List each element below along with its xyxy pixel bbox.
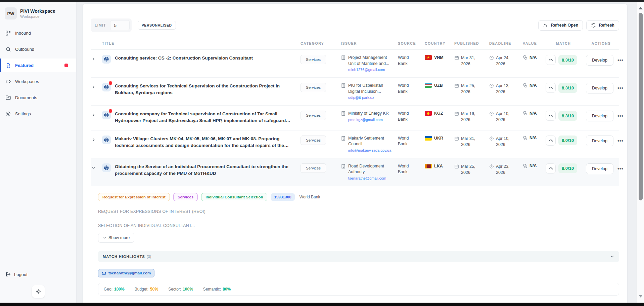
more-actions-icon[interactable]: ••• — [617, 58, 624, 63]
gauge-icon[interactable] — [546, 111, 556, 121]
table-row: Consulting company for Technical supervi… — [91, 106, 619, 130]
value-icon — [523, 163, 528, 168]
row-title[interactable]: Consulting Services for Technical Superv… — [115, 83, 292, 97]
workspace-header[interactable]: PW PIVI Workspace Workspace — [0, 2, 76, 26]
more-actions-icon[interactable]: ••• — [617, 113, 624, 119]
category-tag-chip: Services — [173, 193, 198, 201]
logout-button[interactable]: Logout — [0, 268, 76, 280]
column-header-deadline: DEADLINE — [489, 41, 523, 45]
chevron-right-icon[interactable] — [91, 85, 96, 89]
develop-button[interactable]: Develop — [586, 83, 613, 93]
issuer-email-link[interactable]: pmo.kgz@gmail.com — [348, 118, 389, 122]
workspaces-icon — [5, 79, 11, 84]
gauge-icon[interactable] — [546, 163, 556, 174]
featured-icon — [5, 63, 11, 68]
table-row: Consulting Services for Technical Superv… — [91, 78, 619, 106]
notice-type-chip: Request for Expression of Interest — [98, 193, 170, 201]
chevron-down-icon[interactable] — [91, 165, 96, 170]
value-label: N/A — [530, 136, 537, 140]
clock-icon — [489, 55, 494, 60]
published-date: Mar 25, 2026 — [461, 83, 480, 95]
settings-icon — [5, 111, 11, 117]
table-row: Consulting service: CS -2: Construction … — [91, 50, 619, 78]
sidebar-item-outbound[interactable]: Outbound — [0, 42, 76, 56]
reference-id-link[interactable]: 15931300 — [271, 193, 294, 201]
sidebar-item-label: Featured — [15, 63, 34, 68]
issuer-name: Project Management Unit of Maritime and.… — [348, 55, 395, 67]
value-icon — [523, 136, 528, 141]
sidebar-item-workspaces[interactable]: Workspaces — [0, 75, 76, 88]
semantic-score: Semantic:80% — [203, 287, 231, 292]
show-more-button[interactable]: Show more — [98, 233, 134, 243]
limit-input[interactable] — [110, 20, 130, 30]
table-row: Makariv Village: Clusters MK-04, MK-05, … — [91, 130, 619, 158]
gauge-icon[interactable] — [546, 136, 556, 146]
logout-label: Logout — [14, 272, 28, 277]
more-actions-icon[interactable]: ••• — [617, 138, 624, 144]
issuer-email-link[interactable]: minh1276@gmail.com — [348, 68, 395, 72]
row-title[interactable]: Makariv Village: Clusters MK-04, MK-05, … — [115, 136, 292, 149]
sidebar-item-label: Workspaces — [15, 79, 39, 84]
match-score-badge: 8.3/10 — [558, 83, 577, 93]
chevron-down-icon — [103, 236, 106, 239]
source-label: World Bank — [398, 111, 414, 122]
develop-button[interactable]: Develop — [586, 55, 613, 66]
sidebar-item-documents[interactable]: Documents — [0, 91, 76, 104]
category-chip: Services — [301, 136, 326, 145]
deadline-date: Apr 13, 2026 — [496, 83, 515, 95]
deadline-date: Apr 10, 2026 — [496, 136, 515, 148]
sidebar-item-featured[interactable]: Featured — [0, 59, 76, 72]
refresh-open-button[interactable]: Refresh Open — [538, 20, 583, 31]
flag-icon — [425, 164, 432, 168]
gauge-icon[interactable] — [546, 55, 556, 65]
develop-button[interactable]: Develop — [586, 136, 613, 146]
chevron-right-icon[interactable] — [91, 138, 96, 142]
issuer-email-link[interactable]: udip@it-park.uz — [348, 95, 395, 100]
column-header-value: VALUE — [523, 41, 544, 45]
issuer-email-link[interactable]: info@makariv-rada.gov.ua — [348, 148, 395, 152]
chevron-down-icon[interactable] — [610, 254, 614, 259]
sidebar-item-inbound[interactable]: Inbound — [0, 26, 76, 40]
theme-toggle-button[interactable] — [32, 285, 45, 298]
scrollbar-down-arrow[interactable] — [639, 295, 642, 298]
develop-button[interactable]: Develop — [586, 111, 613, 121]
more-actions-icon[interactable]: ••• — [617, 166, 624, 171]
scrollbar-up-arrow[interactable] — [639, 7, 643, 9]
develop-button[interactable]: Develop — [586, 163, 613, 174]
building-icon — [341, 83, 346, 88]
sidebar-item-label: Outbound — [15, 47, 34, 52]
match-score-badge: 8.3/10 — [558, 55, 577, 65]
source-label: World Bank — [398, 83, 414, 94]
flag-icon — [425, 55, 432, 60]
refresh-button[interactable]: Refresh — [586, 20, 619, 31]
chevron-right-icon[interactable] — [91, 57, 96, 61]
inbound-icon — [5, 30, 11, 36]
scrollbar-thumb[interactable] — [639, 13, 643, 200]
category-chip: Services — [301, 55, 326, 64]
highlight-email-chip[interactable]: tsenaratne@gmail.com — [98, 269, 154, 277]
row-title[interactable]: Obtaining the Service of an Individual P… — [115, 163, 292, 177]
row-title[interactable]: Consulting service: CS -2: Construction … — [115, 55, 253, 64]
more-actions-icon[interactable]: ••• — [617, 85, 624, 91]
issuer-name: PIU for Uzbekistan Digital Inclusion... — [348, 83, 395, 94]
sidebar-item-settings[interactable]: Settings — [0, 107, 76, 120]
published-date: Mar 31, 2026 — [461, 136, 480, 148]
match-highlights-header[interactable]: MATCH HIGHLIGHTS (3) — [98, 251, 619, 262]
row-title[interactable]: Consulting company for Technical supervi… — [115, 111, 292, 124]
main-panel: LIMIT PERSONALISED Refresh Open Refresh … — [82, 3, 628, 306]
issuer-name: Ministry of Energy KR — [348, 111, 389, 117]
limit-control: LIMIT — [91, 18, 132, 32]
value-label: N/A — [530, 163, 537, 168]
gauge-icon[interactable] — [546, 83, 556, 93]
limit-label: LIMIT — [95, 23, 106, 27]
detail-text-line: SELECTION OF AN INDIVIDUAL CONSULTANT... — [98, 223, 619, 228]
chevron-right-icon[interactable] — [91, 113, 96, 117]
personalised-button[interactable]: PERSONALISED — [138, 21, 176, 30]
issuer-email-link[interactable]: tsenaratne@gmail.com — [348, 176, 395, 180]
match-score-badge: 8.3/10 — [558, 111, 577, 121]
building-icon — [341, 136, 346, 141]
calendar-icon — [454, 83, 459, 88]
detail-tags: Request for Expression of Interest Servi… — [98, 193, 619, 201]
page-scrollbar[interactable] — [637, 2, 644, 303]
source-label: World Bank — [398, 55, 414, 67]
